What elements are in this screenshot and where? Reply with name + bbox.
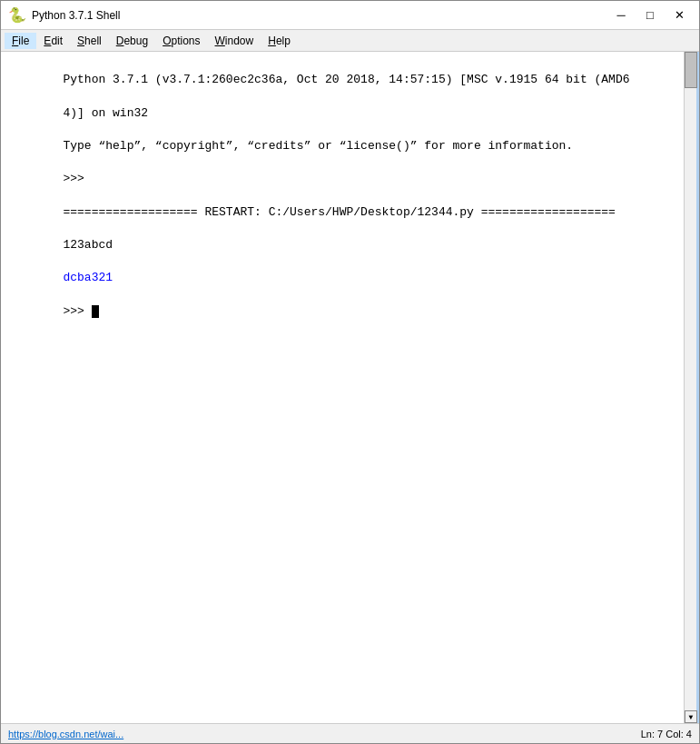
menu-file[interactable]: File xyxy=(5,33,36,49)
status-position: Ln: 7 Col: 4 xyxy=(641,729,692,739)
status-url[interactable]: https://blog.csdn.net/wai... xyxy=(8,729,641,739)
shell-line1: Python 3.7.1 (v3.7.1:260ec2c36a, Oct 20 … xyxy=(63,73,629,86)
app-icon: 🐍 xyxy=(8,6,26,25)
window-controls: ─ □ ✕ xyxy=(608,5,692,25)
output-dcba321: dcba321 xyxy=(63,271,113,284)
shell-line3: Type “help”, “copyright”, “credits” or “… xyxy=(63,139,573,153)
restart-line: =================== RESTART: C:/Users/HW… xyxy=(63,205,616,219)
menu-edit[interactable]: Edit xyxy=(36,33,70,49)
right-edge-indicator xyxy=(696,52,699,723)
scrollbar-down-arrow[interactable]: ▼ xyxy=(685,710,697,723)
menu-window[interactable]: Window xyxy=(208,33,261,49)
close-button[interactable]: ✕ xyxy=(666,5,692,25)
prompt2: >>> xyxy=(63,304,98,318)
cursor xyxy=(92,305,99,318)
shell-output: Python 3.7.1 (v3.7.1:260ec2c36a, Oct 20 … xyxy=(6,55,665,336)
main-window: 🐍 Python 3.7.1 Shell ─ □ ✕ File Edit She… xyxy=(0,0,700,744)
output-123abcd: 123abcd xyxy=(63,238,113,252)
shell-content[interactable]: Python 3.7.1 (v3.7.1:260ec2c36a, Oct 20 … xyxy=(1,52,684,723)
status-bar: https://blog.csdn.net/wai... Ln: 7 Col: … xyxy=(1,723,699,743)
menu-shell[interactable]: Shell xyxy=(70,33,109,49)
menu-help[interactable]: Help xyxy=(261,33,298,49)
prompt1: >>> xyxy=(63,172,91,185)
menu-bar: File Edit Shell Debug Options Window Hel… xyxy=(1,30,699,52)
minimize-button[interactable]: ─ xyxy=(608,5,634,25)
scrollbar[interactable]: ▼ xyxy=(684,52,696,723)
menu-options[interactable]: Options xyxy=(155,33,207,49)
maximize-button[interactable]: □ xyxy=(637,5,663,25)
title-bar: 🐍 Python 3.7.1 Shell ─ □ ✕ xyxy=(1,1,699,30)
scrollbar-thumb[interactable] xyxy=(685,52,697,88)
menu-debug[interactable]: Debug xyxy=(109,33,155,49)
shell-line2: 4)] on win32 xyxy=(63,106,148,120)
window-title: Python 3.7.1 Shell xyxy=(32,9,608,22)
content-area: Python 3.7.1 (v3.7.1:260ec2c36a, Oct 20 … xyxy=(1,52,699,723)
